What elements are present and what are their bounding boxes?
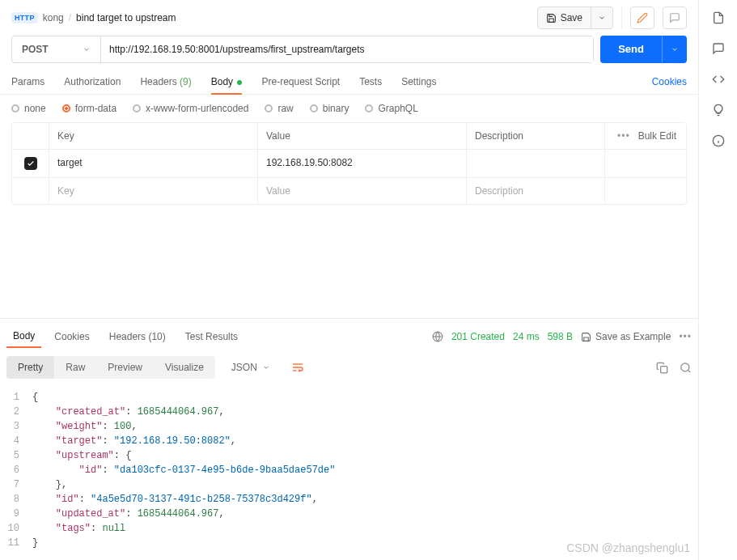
header-key: Key xyxy=(49,123,258,149)
lightbulb-icon[interactable] xyxy=(712,104,725,117)
view-visualize[interactable]: Visualize xyxy=(154,356,215,379)
code-icon[interactable] xyxy=(712,73,725,86)
divider xyxy=(621,6,622,29)
size-badge: 598 B xyxy=(548,331,573,342)
view-preview[interactable]: Preview xyxy=(96,356,154,379)
send-button[interactable]: Send xyxy=(600,36,662,63)
header-actions: ••• Bulk Edit xyxy=(605,123,686,149)
http-badge: HTTP xyxy=(11,12,38,23)
header-desc: Description xyxy=(467,123,605,149)
watermark: CSDN @zhangshenglu1 xyxy=(566,541,690,555)
svg-point-5 xyxy=(681,363,689,371)
ellipsis-icon[interactable]: ••• xyxy=(617,130,630,142)
view-raw[interactable]: Raw xyxy=(54,356,96,379)
breadcrumb-sep: / xyxy=(69,12,71,23)
status-badge: 201 Created xyxy=(451,331,505,342)
chevron-down-icon xyxy=(671,45,679,53)
resp-tab-body[interactable]: Body xyxy=(6,325,41,348)
chevron-down-icon xyxy=(598,14,606,22)
row-checkbox[interactable] xyxy=(24,157,37,170)
method-label: POST xyxy=(22,44,49,55)
header-check xyxy=(12,123,49,149)
url-bar: POST Send xyxy=(0,36,698,63)
new-value-input[interactable]: Value xyxy=(258,178,467,204)
tab-params[interactable]: Params xyxy=(11,70,44,94)
request-tabs: Params Authorization Headers (9) Body Pr… xyxy=(0,70,698,95)
save-as-example[interactable]: Save as Example xyxy=(581,331,671,342)
resp-tab-cookies[interactable]: Cookies xyxy=(48,326,95,347)
url-input[interactable] xyxy=(101,36,593,62)
tab-headers[interactable]: Headers (9) xyxy=(140,70,191,94)
search-icon[interactable] xyxy=(680,362,692,374)
breadcrumb: HTTP kong / bind target to upstream xyxy=(11,12,176,23)
view-mode-tabs: Pretty Raw Preview Visualize xyxy=(6,356,215,379)
svg-rect-4 xyxy=(661,366,667,372)
cookies-link[interactable]: Cookies xyxy=(652,70,687,94)
save-label: Save xyxy=(561,12,582,23)
radio-urlencoded[interactable]: x-www-form-urlencoded xyxy=(133,103,248,114)
format-select[interactable]: JSON xyxy=(223,357,278,378)
right-sidebar xyxy=(698,0,737,560)
row-value[interactable]: 192.168.19.50:8082 xyxy=(258,150,467,177)
save-dropdown[interactable] xyxy=(591,7,612,28)
resp-tab-headers[interactable]: Headers (10) xyxy=(103,326,172,347)
save-icon xyxy=(546,13,557,23)
send-button-group: Send xyxy=(600,36,687,63)
comments-icon[interactable] xyxy=(712,42,725,55)
table-row-new: Key Value Description xyxy=(12,177,686,204)
radio-formdata[interactable]: form-data xyxy=(62,103,116,114)
json-viewer[interactable]: 1{ 2 "created_at": 1685444064.967, 3 "we… xyxy=(0,387,698,560)
new-desc-input[interactable]: Description xyxy=(467,178,605,204)
check-icon xyxy=(27,159,35,168)
comment-button[interactable] xyxy=(663,6,687,29)
new-key-input[interactable]: Key xyxy=(49,178,258,204)
tab-prerequest[interactable]: Pre-request Script xyxy=(261,70,340,94)
save-button-group: Save xyxy=(537,6,613,29)
tab-body[interactable]: Body xyxy=(211,70,243,94)
wrap-icon xyxy=(291,361,304,374)
wrap-lines-button[interactable] xyxy=(286,356,309,379)
header-value: Value xyxy=(258,123,467,149)
tab-settings[interactable]: Settings xyxy=(401,70,436,94)
radio-none[interactable]: none xyxy=(11,103,46,114)
chevron-down-icon xyxy=(262,363,270,371)
chevron-down-icon xyxy=(83,45,91,53)
breadcrumb-collection[interactable]: kong xyxy=(43,12,64,23)
dot-indicator-icon xyxy=(237,80,242,85)
table-row: target 192.168.19.50:8082 xyxy=(12,149,686,177)
save-button[interactable]: Save xyxy=(538,7,591,28)
svg-line-6 xyxy=(688,370,690,372)
globe-icon[interactable] xyxy=(432,331,443,342)
pencil-icon xyxy=(637,12,648,23)
docs-icon[interactable] xyxy=(712,11,725,24)
body-type-radios: none form-data x-www-form-urlencoded raw… xyxy=(0,95,698,122)
row-key[interactable]: target xyxy=(49,150,258,177)
tab-tests[interactable]: Tests xyxy=(359,70,382,94)
bulk-edit-link[interactable]: Bulk Edit xyxy=(638,130,676,142)
resp-tab-test[interactable]: Test Results xyxy=(179,326,244,347)
topbar: HTTP kong / bind target to upstream Save xyxy=(0,6,698,36)
send-dropdown[interactable] xyxy=(662,36,687,63)
radio-binary[interactable]: binary xyxy=(310,103,349,114)
time-badge: 24 ms xyxy=(513,331,540,342)
method-select[interactable]: POST xyxy=(12,36,101,62)
breadcrumb-request[interactable]: bind target to upstream xyxy=(76,12,176,23)
formdata-table: Key Value Description ••• Bulk Edit targ… xyxy=(11,122,687,205)
tab-authorization[interactable]: Authorization xyxy=(64,70,121,94)
radio-graphql[interactable]: GraphQL xyxy=(365,103,417,114)
comment-icon xyxy=(669,12,680,23)
info-icon[interactable] xyxy=(712,134,725,147)
response-panel: Body Cookies Headers (10) Test Results 2… xyxy=(0,318,698,560)
copy-icon[interactable] xyxy=(656,362,668,374)
view-pretty[interactable]: Pretty xyxy=(6,356,54,379)
edit-button[interactable] xyxy=(630,6,654,29)
radio-raw[interactable]: raw xyxy=(265,103,293,114)
save-icon xyxy=(581,332,591,342)
row-desc[interactable] xyxy=(467,150,605,177)
more-actions[interactable]: ••• xyxy=(679,331,692,342)
